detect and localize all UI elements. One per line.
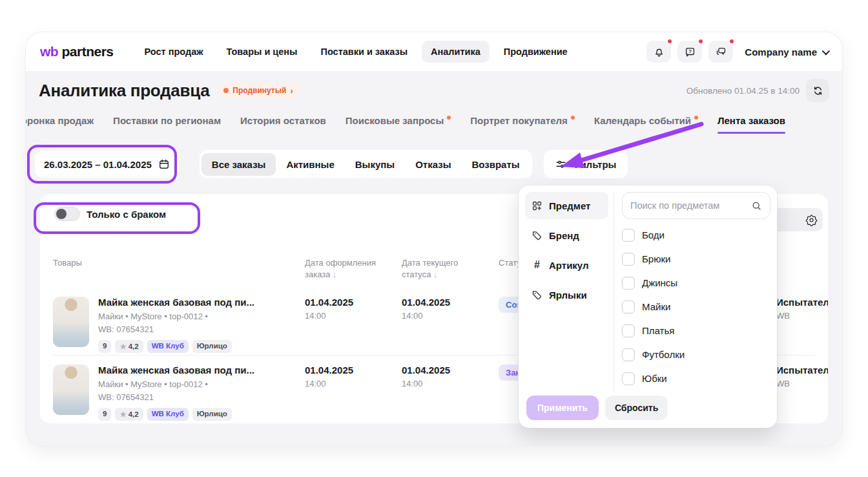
option-dresses[interactable]: Платья xyxy=(622,319,770,343)
subject-search-input[interactable] xyxy=(630,200,751,211)
segment-all-orders[interactable]: Все заказы xyxy=(202,153,276,176)
rating-badge: ★4,2 xyxy=(115,340,143,353)
tab-events-calendar[interactable]: Календарь событий xyxy=(594,115,698,134)
segment-rejections[interactable]: Отказы xyxy=(405,153,461,176)
advanced-plan-badge[interactable]: Продвинутый › xyxy=(217,83,299,99)
toggle-knob xyxy=(56,209,67,219)
chat-button[interactable] xyxy=(708,41,733,63)
product-photo[interactable] xyxy=(53,365,89,415)
checkbox-icon[interactable] xyxy=(622,277,635,290)
orange-dot-icon xyxy=(223,88,229,93)
product-subtitle: Майки • MyStore • top-0012 • xyxy=(98,378,254,391)
option-bodysuits[interactable]: Боди xyxy=(622,223,770,247)
help-button[interactable]: ? xyxy=(677,41,702,63)
nav-promotion[interactable]: Продвижение xyxy=(495,41,577,63)
company-menu[interactable]: Company name xyxy=(745,47,828,58)
segment-active[interactable]: Активные xyxy=(276,153,344,176)
date-range-picker[interactable]: 26.03.2025 – 01.04.2025 xyxy=(35,151,179,178)
tab-sales-funnel[interactable]: Воронка продаж xyxy=(26,115,94,134)
chevron-right-icon: › xyxy=(290,86,293,96)
col-order-date[interactable]: Дата оформления заказа↓ xyxy=(305,257,402,280)
nav-supplies-orders[interactable]: Поставки и заказы xyxy=(311,41,417,63)
defects-only-toggle[interactable] xyxy=(54,207,80,221)
product-cell[interactable]: Майка женская базовая под пи... Майки • … xyxy=(53,297,305,355)
order-status-segments: Все заказы Активные Выкупы Отказы Возвра… xyxy=(200,150,532,178)
notification-dot xyxy=(666,38,673,45)
app-window: wb partners Рост продаж Товары и цены По… xyxy=(26,32,842,446)
wb-club-badge: WB Клуб xyxy=(147,408,189,421)
sort-down-icon: ↓ xyxy=(433,270,437,279)
orange-dot-icon xyxy=(571,116,575,120)
filter-nav-labels[interactable]: Ярлыки xyxy=(525,281,608,308)
filters-panel-body: Предмет Бренд # Артикул Ярлыки xyxy=(525,192,770,391)
filter-nav-subject[interactable]: Предмет xyxy=(525,192,608,219)
tab-search-queries[interactable]: Поисковые запросы xyxy=(346,115,451,134)
star-icon: ★ xyxy=(119,410,126,418)
option-tanktops[interactable]: Майки xyxy=(622,295,770,319)
filters-button[interactable]: Фильтры xyxy=(544,150,628,178)
checkbox-icon[interactable] xyxy=(622,348,635,361)
category-icon xyxy=(532,200,542,211)
tab-buyer-portrait[interactable]: Портрет покупателя xyxy=(470,115,575,134)
entity-badge: Юрлицо xyxy=(192,340,232,353)
logo-wb: wb xyxy=(40,44,58,59)
orange-dot-icon xyxy=(694,116,698,120)
nav-goods-prices[interactable]: Товары и цены xyxy=(218,41,307,63)
checkbox-icon[interactable] xyxy=(622,229,635,242)
product-info: Майка женская базовая под пи... Майки • … xyxy=(98,365,254,423)
order-date-cell: 01.04.2025 14:00 xyxy=(305,365,402,423)
option-tshirts[interactable]: Футболки xyxy=(622,343,770,366)
option-jeans[interactable]: Джинсы xyxy=(622,271,770,295)
sliders-icon xyxy=(555,159,566,170)
tab-orders-feed[interactable]: Лента заказов xyxy=(718,115,785,134)
tab-regional-supplies[interactable]: Поставки по регионам xyxy=(113,115,221,134)
table-settings-button[interactable] xyxy=(800,208,823,231)
tag-icon xyxy=(532,290,542,301)
calendar-icon xyxy=(158,158,170,170)
reset-button[interactable]: Сбросить xyxy=(605,396,668,420)
notifications-button[interactable] xyxy=(646,41,671,63)
product-info: Майка женская базовая под пи... Майки • … xyxy=(98,297,254,355)
checkbox-icon[interactable] xyxy=(622,301,635,313)
product-cell[interactable]: Майка женская базовая под пи... Майки • … xyxy=(53,365,305,423)
wb-partners-logo[interactable]: wb partners xyxy=(40,44,114,59)
nav-analytics[interactable]: Аналитика xyxy=(422,41,490,63)
filters-button-label: Фильтры xyxy=(572,159,617,170)
wb-club-badge: WB Клуб xyxy=(147,340,189,353)
product-wb-id: WB: 07654321 xyxy=(98,323,254,336)
main-nav: Рост продаж Товары и цены Поставки и зак… xyxy=(136,41,577,63)
hash-icon: # xyxy=(532,259,542,271)
refresh-button[interactable] xyxy=(806,79,829,102)
segment-buyouts[interactable]: Выкупы xyxy=(345,153,405,176)
product-photo[interactable] xyxy=(53,297,89,347)
status-date-cell: 01.04.2025 14:00 xyxy=(402,297,499,355)
updated-wrap: Обновлено 01.04.25 в 14:00 xyxy=(687,79,829,102)
col-products[interactable]: Товары xyxy=(53,257,305,280)
col-extra xyxy=(776,257,828,280)
header-actions: ? Company name xyxy=(646,41,828,63)
refresh-icon xyxy=(812,85,823,96)
segment-returns[interactable]: Возвраты xyxy=(461,153,530,176)
col-status-date[interactable]: Дата текущего статуса↓ xyxy=(402,257,499,280)
sort-down-icon: ↓ xyxy=(332,270,336,279)
product-title[interactable]: Майка женская базовая под пи... xyxy=(98,297,254,308)
apply-button[interactable]: Применить xyxy=(526,396,599,420)
checkbox-icon[interactable] xyxy=(622,253,635,266)
tab-stock-history[interactable]: История остатков xyxy=(240,115,326,134)
option-trousers[interactable]: Брюки xyxy=(622,247,770,271)
status-date-cell: 01.04.2025 14:00 xyxy=(402,365,499,423)
chevron-down-icon xyxy=(822,47,831,55)
subject-options-list: Боди Брюки Джинсы Майки Платья Футболки … xyxy=(622,223,770,390)
nav-sales-growth[interactable]: Рост продаж xyxy=(136,41,212,63)
checkbox-icon[interactable] xyxy=(622,372,635,385)
checkbox-icon[interactable] xyxy=(622,324,635,337)
filter-nav-brand[interactable]: Бренд xyxy=(525,222,608,249)
filter-nav-article[interactable]: # Артикул xyxy=(525,251,608,279)
analytics-tabs: Воронка продаж Поставки по регионам Исто… xyxy=(26,115,842,134)
option-skirts[interactable]: Юбки xyxy=(622,366,770,390)
logo-partners: partners xyxy=(62,44,114,59)
filters-panel-options: Боди Брюки Джинсы Майки Платья Футболки … xyxy=(614,192,770,391)
svg-text:?: ? xyxy=(688,48,692,54)
star-icon: ★ xyxy=(119,343,126,350)
product-title[interactable]: Майка женская базовая под пи... xyxy=(98,365,254,376)
